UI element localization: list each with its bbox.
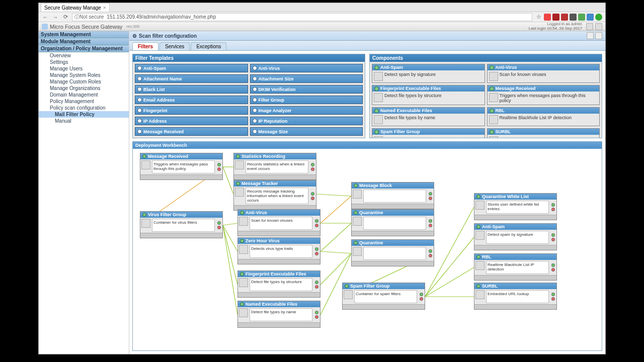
- reload-icon[interactable]: ⟳: [62, 14, 69, 21]
- workbench-node[interactable]: SURBLEmbedded URL lookup: [474, 283, 557, 310]
- extension-icon[interactable]: [578, 14, 585, 21]
- port-out-icon[interactable]: [217, 163, 221, 166]
- back-icon[interactable]: ←: [42, 14, 49, 21]
- port-err-icon[interactable]: [551, 238, 555, 241]
- filter-template-pill[interactable]: Image Analyzer: [250, 106, 363, 115]
- filter-template-pill[interactable]: Anti-Spam: [135, 64, 248, 72]
- port-err-icon[interactable]: [551, 297, 555, 301]
- refresh-icon[interactable]: [586, 23, 593, 30]
- port-out-icon[interactable]: [420, 293, 423, 296]
- port-err-icon[interactable]: [315, 285, 318, 289]
- workbench-node[interactable]: Quarantine White ListStores user defined…: [474, 193, 557, 220]
- component-card[interactable]: Named Executable FilesDetect file types …: [372, 107, 485, 126]
- workbench-node[interactable]: Anti-SpamDetect spam by signature: [474, 223, 557, 250]
- component-card[interactable]: Fingerprint Executable FilesDetect file …: [372, 85, 485, 105]
- sidebar-item-organizations[interactable]: Manage Organizations: [39, 85, 129, 92]
- port-out-icon[interactable]: [429, 219, 432, 223]
- port-out-icon[interactable]: [315, 311, 318, 314]
- tab-exceptions[interactable]: Exceptions: [191, 42, 226, 50]
- port-out-icon[interactable]: [551, 233, 555, 237]
- port-out-icon[interactable]: [311, 192, 314, 196]
- filter-template-pill[interactable]: DKIM Verification: [250, 85, 363, 94]
- workbench-canvas[interactable]: Message ReceivedTriggers when messages p…: [133, 149, 602, 350]
- workbench-node[interactable]: Message TrackerRecords message tracking …: [233, 180, 316, 211]
- workbench-node[interactable]: Message ReceivedTriggers when messages p…: [140, 153, 223, 180]
- forward-icon[interactable]: →: [52, 14, 59, 21]
- filter-template-pill[interactable]: Fingerprint: [135, 106, 248, 115]
- address-bar[interactable]: ⓘ Not secure 151.155.209.49/admin/naviga…: [72, 13, 532, 21]
- tab-filters[interactable]: Filters: [132, 42, 158, 50]
- filter-template-pill[interactable]: Message Size: [250, 127, 363, 136]
- sidebar-item-domain[interactable]: Domain Management: [39, 92, 129, 98]
- workbench-node[interactable]: Quarantine: [351, 209, 434, 236]
- port-out-icon[interactable]: [311, 163, 314, 166]
- port-out-icon[interactable]: [315, 219, 318, 223]
- close-icon[interactable]: ×: [103, 5, 106, 11]
- component-card[interactable]: Message ReceivedTriggers when messages p…: [487, 85, 600, 105]
- port-err-icon[interactable]: [311, 167, 314, 171]
- workbench-node[interactable]: Quarantine: [351, 239, 434, 266]
- sidebar-item-mail-filter[interactable]: Mail Filter Policy: [39, 111, 129, 118]
- port-out-icon[interactable]: [551, 203, 555, 207]
- filter-template-pill[interactable]: Message Received: [135, 127, 248, 136]
- port-err-icon[interactable]: [429, 224, 432, 227]
- port-err-icon[interactable]: [420, 297, 423, 301]
- extension-icon[interactable]: [570, 14, 577, 21]
- component-card[interactable]: Anti-VirusScan for known viruses: [487, 64, 600, 83]
- sidebar-item-policy-scan[interactable]: Policy scan configuration: [39, 105, 129, 111]
- workbench-node[interactable]: Virus Filter GroupContainer for virus fi…: [140, 211, 223, 238]
- port-err-icon[interactable]: [551, 208, 555, 211]
- tab-services[interactable]: Services: [159, 42, 190, 50]
- port-out-icon[interactable]: [429, 249, 432, 253]
- component-card[interactable]: Spam Filter Group: [372, 128, 485, 138]
- extension-icon[interactable]: [587, 14, 594, 21]
- workbench-node[interactable]: Spam Filter GroupContainer for spam filt…: [342, 283, 425, 310]
- component-card[interactable]: RBLRealtime Blackhole List IP detection: [487, 107, 600, 126]
- workbench-node[interactable]: Fingerprint Executable FilesDetect file …: [237, 270, 320, 298]
- action-icon[interactable]: [587, 32, 594, 39]
- port-err-icon[interactable]: [217, 226, 221, 229]
- workbench-node[interactable]: Statistics RecordingRecords statistics w…: [233, 153, 316, 180]
- filter-template-pill[interactable]: Black List: [135, 85, 248, 94]
- port-out-icon[interactable]: [551, 263, 555, 267]
- port-out-icon[interactable]: [315, 247, 318, 251]
- star-icon[interactable]: ☆: [535, 14, 542, 21]
- port-err-icon[interactable]: [217, 167, 221, 171]
- filter-template-pill[interactable]: Attachment Size: [250, 74, 363, 83]
- filter-template-pill[interactable]: IP Reputation: [250, 117, 363, 125]
- port-err-icon[interactable]: [551, 268, 555, 272]
- sidebar-item-users[interactable]: Manage Users: [39, 65, 129, 72]
- port-err-icon[interactable]: [429, 197, 432, 200]
- workbench-node[interactable]: Anti-VirusScan for known viruses: [237, 209, 320, 236]
- extension-icon[interactable]: [552, 14, 559, 21]
- save-icon[interactable]: [595, 32, 602, 39]
- port-out-icon[interactable]: [429, 192, 432, 196]
- filter-template-pill[interactable]: Email Address: [135, 96, 248, 104]
- workbench-node[interactable]: Zero Hour VirusDetects virus type traits: [237, 237, 320, 264]
- port-err-icon[interactable]: [315, 252, 318, 255]
- filter-template-pill[interactable]: Filter Group: [250, 96, 363, 104]
- filter-template-pill[interactable]: Attachment Name: [135, 74, 248, 83]
- filter-template-pill[interactable]: IP Address: [135, 117, 248, 125]
- sidebar-item-settings[interactable]: Settings: [39, 59, 129, 65]
- browser-tab[interactable]: Secure Gateway Manage ×: [41, 3, 110, 12]
- extension-icon[interactable]: [544, 14, 551, 21]
- sidebar-section[interactable]: System Management: [39, 31, 129, 38]
- filter-template-pill[interactable]: Anti-Virus: [250, 64, 363, 72]
- port-out-icon[interactable]: [315, 281, 318, 284]
- sidebar-item-manual[interactable]: Manual: [39, 118, 129, 124]
- port-err-icon[interactable]: [315, 315, 318, 319]
- sidebar-item-custom-roles[interactable]: Manage Custom Roles: [39, 78, 129, 85]
- port-err-icon[interactable]: [311, 197, 314, 200]
- port-err-icon[interactable]: [429, 254, 432, 257]
- port-out-icon[interactable]: [217, 221, 221, 225]
- port-out-icon[interactable]: [551, 293, 555, 296]
- sidebar-section[interactable]: Organization / Policy Management: [39, 45, 129, 52]
- logout-icon[interactable]: [595, 23, 602, 30]
- extension-icon[interactable]: [595, 14, 602, 21]
- sidebar-item-overview[interactable]: Overview: [39, 52, 129, 59]
- sidebar-section[interactable]: Module Management: [39, 38, 129, 45]
- workbench-node[interactable]: Message Block: [351, 182, 434, 209]
- workbench-node[interactable]: RBLRealtime Blackhole List IP detection: [474, 253, 557, 281]
- sidebar-item-policy[interactable]: Policy Management: [39, 98, 129, 105]
